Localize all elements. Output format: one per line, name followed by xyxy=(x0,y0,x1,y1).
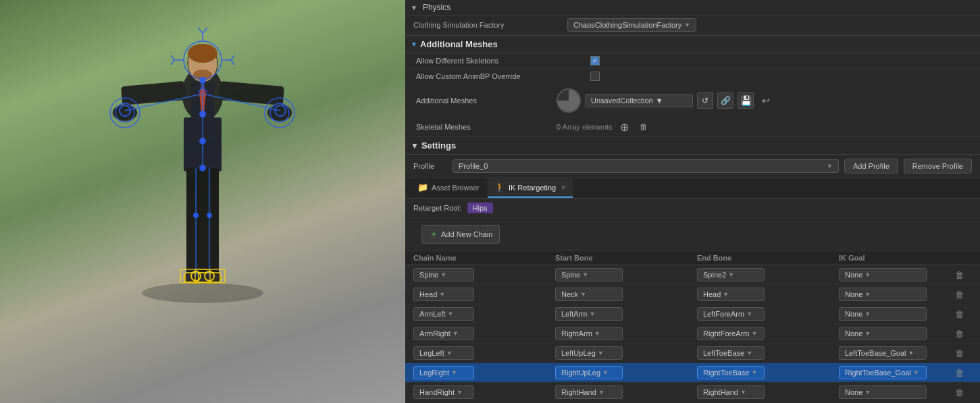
ik-retargeting-label: IK Retargeting xyxy=(509,184,556,192)
chain-name-btn[interactable]: LegRight ▼ xyxy=(413,366,474,379)
chain-table-header: Chain Name Start Bone End Bone IK Goal xyxy=(405,251,980,265)
col-ik-goal: IK Goal xyxy=(839,254,972,262)
delete-chain-btn[interactable]: 🗑 xyxy=(952,267,966,282)
end-bone-dropdown[interactable]: LeftToeBase ▼ xyxy=(697,346,765,360)
end-bone-arrow: ▼ xyxy=(746,311,752,317)
delete-chain-btn[interactable]: 🗑 xyxy=(952,326,966,341)
end-bone-text: Head xyxy=(703,290,721,298)
clothing-sim-dropdown[interactable]: ChaosClothingSimulationFactory ▼ xyxy=(567,18,696,32)
end-bone-dropdown[interactable]: RightForeArm ▼ xyxy=(697,327,765,340)
delete-chain-btn[interactable]: 🗑 xyxy=(952,365,966,380)
chain-row[interactable]: ArmRight ▼ RightArm ▼ RightForeArm ▼ Non… xyxy=(405,324,980,344)
ik-goal-dropdown[interactable]: None ▼ xyxy=(839,288,927,301)
ik-goal-dropdown[interactable]: LeftToeBase_Goal ▼ xyxy=(839,346,927,360)
col-chain-name: Chain Name xyxy=(413,254,555,262)
allow-custom-animbp-checkbox[interactable] xyxy=(590,72,600,81)
clothing-sim-row: Clothing Simulation Factory ChaosClothin… xyxy=(405,16,980,35)
allow-different-skeletons-row: Allow Different Skeletons ✓ xyxy=(405,53,980,69)
chain-row[interactable]: LegRight ▼ RightUpLeg ▼ RightToeBase ▼ R… xyxy=(405,363,980,383)
svg-rect-7 xyxy=(121,80,186,105)
end-bone-arrow: ▼ xyxy=(751,330,757,337)
start-bone-text: LeftUpLeg xyxy=(561,349,596,357)
collection-undo-btn[interactable]: ↩ xyxy=(758,92,774,109)
plus-icon: ＋ xyxy=(429,228,438,240)
collection-save-btn[interactable]: 💾 xyxy=(738,92,754,109)
viewport[interactable] xyxy=(0,0,405,403)
end-bone-dropdown[interactable]: Head ▼ xyxy=(697,288,765,301)
ik-goal-dropdown[interactable]: RightToeBase_Goal ▼ xyxy=(839,366,927,379)
retarget-root-value[interactable]: Hips xyxy=(467,203,493,213)
character-display xyxy=(0,0,405,403)
chain-row[interactable]: Spine ▼ Spine ▼ Spine2 ▼ None ▼ 🗑 xyxy=(405,265,980,285)
start-bone-text: LeftArm xyxy=(561,310,588,318)
retarget-root-row: Retarget Root: Hips xyxy=(405,198,980,218)
chain-name-btn[interactable]: Head ▼ xyxy=(413,288,474,301)
chain-row[interactable]: LegLeft ▼ LeftUpLeg ▼ LeftToeBase ▼ Left… xyxy=(405,344,980,363)
start-bone-dropdown[interactable]: LeftUpLeg ▼ xyxy=(555,346,623,360)
add-array-element-btn[interactable]: ⊕ xyxy=(618,120,631,134)
chain-name-arrow: ▼ xyxy=(451,369,457,376)
delete-chain-btn[interactable]: 🗑 xyxy=(952,346,966,360)
collection-link-btn[interactable]: 🔗 xyxy=(717,92,733,109)
end-bone-dropdown[interactable]: RightHand ▼ xyxy=(697,385,765,399)
svg-line-37 xyxy=(203,28,207,33)
start-bone-dropdown[interactable]: Spine ▼ xyxy=(555,268,623,281)
collection-reset-btn[interactable]: ↺ xyxy=(697,92,713,109)
chain-row[interactable]: ArmLeft ▼ LeftArm ▼ LeftForeArm ▼ None ▼… xyxy=(405,304,980,324)
chain-name-btn[interactable]: LegLeft ▼ xyxy=(413,346,474,360)
start-bone-dropdown[interactable]: LeftArm ▼ xyxy=(555,307,623,321)
start-bone-text: Spine xyxy=(561,271,580,279)
skeletal-meshes-label: Skeletal Meshes xyxy=(416,123,551,131)
svg-point-26 xyxy=(199,138,206,144)
ik-retargeting-close-icon[interactable]: ✕ xyxy=(561,184,566,191)
delete-chain-btn[interactable]: 🗑 xyxy=(952,287,966,302)
start-bone-dropdown[interactable]: Neck ▼ xyxy=(555,288,623,301)
profile-row: Profile Profile_0 ▼ Add Profile Remove P… xyxy=(405,155,980,178)
col-end-bone: End Bone xyxy=(697,254,839,262)
start-bone-arrow: ▼ xyxy=(590,311,596,317)
chain-name-text: HandRight xyxy=(419,388,455,396)
tab-asset-browser[interactable]: 📁 Asset Browser xyxy=(411,178,486,198)
chain-row[interactable]: HandRight ▼ RightHand ▼ RightHand ▼ None… xyxy=(405,383,980,402)
start-bone-text: RightUpLeg xyxy=(561,369,600,377)
delete-chain-btn[interactable]: 🗑 xyxy=(952,385,966,400)
collection-area: UnsavedCollection ▼ ↺ 🔗 💾 ↩ xyxy=(557,88,774,113)
ik-goal-text: None xyxy=(845,271,862,279)
additional-meshes-section: ▼ Additional Meshes Allow Different Skel… xyxy=(405,36,980,137)
physics-section: ▼ Physics Clothing Simulation Factory Ch… xyxy=(405,0,980,36)
start-bone-dropdown[interactable]: RightArm ▼ xyxy=(555,327,623,340)
start-bone-dropdown[interactable]: RightUpLeg ▼ xyxy=(555,366,623,379)
remove-profile-button[interactable]: Remove Profile xyxy=(904,159,972,173)
chain-table: Spine ▼ Spine ▼ Spine2 ▼ None ▼ 🗑 xyxy=(405,265,980,403)
allow-different-skeletons-checkbox[interactable]: ✓ xyxy=(590,56,600,65)
delete-chain-btn[interactable]: 🗑 xyxy=(952,306,966,321)
delete-array-element-btn[interactable]: 🗑 xyxy=(637,120,650,134)
ik-goal-dropdown[interactable]: None ▼ xyxy=(839,307,927,321)
chain-row[interactable]: Head ▼ Neck ▼ Head ▼ None ▼ 🗑 xyxy=(405,285,980,304)
add-profile-button[interactable]: Add Profile xyxy=(844,159,898,173)
ik-goal-dropdown[interactable]: None ▼ xyxy=(839,268,927,281)
start-bone-arrow: ▼ xyxy=(580,291,586,298)
ik-goal-text: None xyxy=(845,310,862,318)
collection-dropdown[interactable]: UnsavedCollection ▼ xyxy=(585,94,693,107)
end-bone-dropdown[interactable]: RightToeBase ▼ xyxy=(697,366,765,379)
start-bone-arrow: ▼ xyxy=(582,271,588,278)
end-bone-text: Spine2 xyxy=(703,271,726,279)
chain-name-btn[interactable]: ArmRight ▼ xyxy=(413,327,474,340)
chain-name-text: Spine xyxy=(419,271,438,279)
start-bone-dropdown[interactable]: RightHand ▼ xyxy=(555,385,623,399)
chain-name-btn[interactable]: Spine ▼ xyxy=(413,268,474,281)
svg-point-27 xyxy=(199,165,206,171)
chain-name-text: LegRight xyxy=(419,369,449,377)
chain-name-btn[interactable]: HandRight ▼ xyxy=(413,385,474,399)
add-new-chain-button[interactable]: ＋ Add New Chain xyxy=(421,225,500,244)
tab-ik-retargeting[interactable]: 🚶 IK Retargeting ✕ xyxy=(488,178,573,198)
ik-goal-dropdown[interactable]: None ▼ xyxy=(839,327,927,340)
end-bone-dropdown[interactable]: LeftForeArm ▼ xyxy=(697,307,765,321)
chain-name-btn[interactable]: ArmLeft ▼ xyxy=(413,307,474,321)
profile-dropdown[interactable]: Profile_0 ▼ xyxy=(453,159,839,173)
end-bone-dropdown[interactable]: Spine2 ▼ xyxy=(697,268,765,281)
ik-goal-dropdown[interactable]: None ▼ xyxy=(839,385,927,399)
ik-goal-text: None xyxy=(845,290,862,298)
start-bone-text: RightHand xyxy=(561,388,596,396)
